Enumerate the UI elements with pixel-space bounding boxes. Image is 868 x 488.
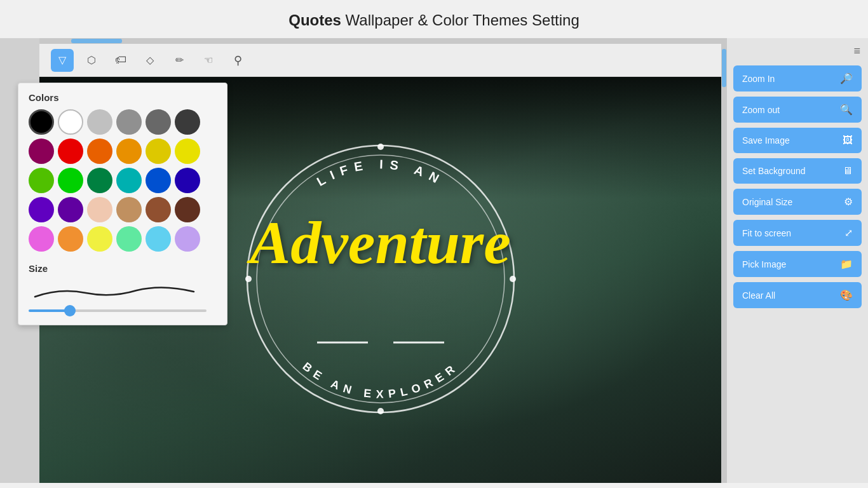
pencil-tool[interactable]: ✏ (168, 49, 191, 72)
color-swatch-tan[interactable] (116, 197, 142, 222)
set-background-label: Set Background (742, 166, 806, 176)
pick-image-button[interactable]: Pick Image 📁 (733, 251, 862, 277)
color-swatch-skyblue[interactable] (146, 226, 171, 252)
svg-point-2 (377, 144, 384, 150)
quote-design: LIFE IS AN BE AN EXPLORER Adventure (222, 126, 539, 434)
color-swatch-white[interactable] (58, 109, 83, 135)
toolbar: ▽ ⬡ 🏷 ◇ ✏ ☜ ⚲ (39, 44, 721, 77)
menu-icon[interactable]: ≡ (853, 44, 862, 58)
right-scrollbar-thumb (722, 49, 726, 87)
fit-to-screen-label: Fit to screen (742, 228, 791, 238)
top-scrollbar[interactable] (39, 38, 727, 44)
color-swatch-skin[interactable] (87, 197, 112, 222)
right-scrollbar[interactable] (721, 44, 727, 483)
clear-all-label: Clear All (742, 290, 775, 301)
svg-point-0 (247, 146, 514, 412)
set-background-icon: 🖥 (843, 165, 853, 177)
color-swatch-red[interactable] (58, 139, 83, 164)
zoom-in-button[interactable]: Zoom In 🔎 (733, 65, 862, 92)
color-swatch-brightyellow[interactable] (175, 139, 200, 164)
color-swatch-gray3[interactable] (146, 109, 171, 135)
zoom-in-label: Zoom In (742, 74, 775, 84)
color-grid (29, 109, 217, 252)
set-background-button[interactable]: Set Background 🖥 (733, 158, 862, 184)
save-image-icon: 🖼 (843, 135, 853, 146)
crop-tool[interactable]: ⚲ (226, 49, 249, 72)
color-swatch-mint[interactable] (116, 226, 142, 252)
color-panel: Colors (18, 83, 227, 325)
color-swatch-darkpink[interactable] (29, 139, 54, 164)
color-swatch-amber[interactable] (116, 139, 142, 164)
select-tool[interactable]: ▽ (51, 49, 74, 72)
pick-image-label: Pick Image (742, 259, 786, 269)
color-swatch-darkbrown[interactable] (175, 197, 200, 222)
svg-point-4 (245, 276, 252, 282)
lasso-tool[interactable]: ⬡ (80, 49, 103, 72)
adventure-text: Adventure (234, 212, 527, 273)
colors-label: Colors (29, 92, 217, 103)
zoom-in-icon: 🔎 (840, 72, 853, 85)
eraser-tool[interactable]: ◇ (139, 49, 161, 72)
adventure-word: Adventure (234, 212, 527, 273)
size-slider-container (29, 309, 217, 312)
color-swatch-pink[interactable] (29, 226, 54, 252)
size-label: Size (29, 263, 217, 274)
color-swatch-gray1[interactable] (87, 109, 112, 135)
zoom-out-button[interactable]: Zoom out 🔍 (733, 97, 862, 123)
color-swatch-green[interactable] (58, 168, 83, 193)
page-header: Quotes Wallpaper & Color Themes Setting (0, 0, 868, 38)
color-swatch-orange[interactable] (87, 139, 112, 164)
svg-text:LIFE IS AN: LIFE IS AN (314, 157, 447, 189)
brush-preview (29, 279, 207, 304)
color-swatch-peach[interactable] (58, 226, 83, 252)
color-swatch-lime[interactable] (29, 168, 54, 193)
color-swatch-violet[interactable] (58, 197, 83, 222)
zoom-out-label: Zoom out (742, 105, 780, 115)
title-rest: Wallpaper & Color Themes Setting (341, 11, 580, 29)
color-swatch-brown[interactable] (146, 197, 171, 222)
svg-text:BE AN EXPLORER: BE AN EXPLORER (300, 360, 461, 400)
color-swatch-teal[interactable] (116, 168, 142, 193)
clear-all-icon: 🎨 (840, 289, 853, 301)
color-swatch-yellow[interactable] (146, 139, 171, 164)
circle-design-svg: LIFE IS AN BE AN EXPLORER (222, 126, 539, 431)
original-size-label: Original Size (742, 197, 792, 207)
clear-all-button[interactable]: Clear All 🎨 (733, 282, 862, 308)
color-swatch-gray4[interactable] (175, 109, 200, 135)
original-size-icon: ⚙ (844, 196, 853, 208)
svg-point-1 (257, 155, 505, 403)
original-size-button[interactable]: Original Size ⚙ (733, 189, 862, 215)
title-bold: Quotes (288, 11, 341, 29)
color-swatch-darkgreen[interactable] (87, 168, 112, 193)
main-area: ▽ ⬡ 🏷 ◇ ✏ ☜ ⚲ (0, 38, 868, 483)
color-swatch-black[interactable] (29, 109, 54, 135)
pick-image-icon: 📁 (840, 258, 853, 270)
top-scrollbar-thumb (71, 39, 122, 43)
right-panel: ≡ Zoom In 🔎 Zoom out 🔍 Save Image 🖼 Set … (727, 38, 868, 483)
stamp-tool[interactable]: 🏷 (109, 49, 132, 72)
save-image-button[interactable]: Save Image 🖼 (733, 128, 862, 153)
svg-point-3 (377, 408, 384, 414)
color-swatch-darkblue[interactable] (175, 168, 200, 193)
zoom-out-icon: 🔍 (840, 104, 853, 116)
fit-to-screen-icon: ⤢ (844, 227, 853, 239)
hand-tool[interactable]: ☜ (197, 49, 220, 72)
color-swatch-purple[interactable] (29, 197, 54, 222)
fit-to-screen-button[interactable]: Fit to screen ⤢ (733, 220, 862, 246)
color-swatch-lightyellow[interactable] (87, 226, 112, 252)
color-swatch-blue[interactable] (146, 168, 171, 193)
svg-point-5 (510, 276, 516, 282)
color-swatch-lavender[interactable] (175, 226, 200, 252)
size-slider[interactable] (29, 309, 207, 312)
save-image-label: Save Image (742, 135, 790, 146)
color-swatch-gray2[interactable] (116, 109, 142, 135)
